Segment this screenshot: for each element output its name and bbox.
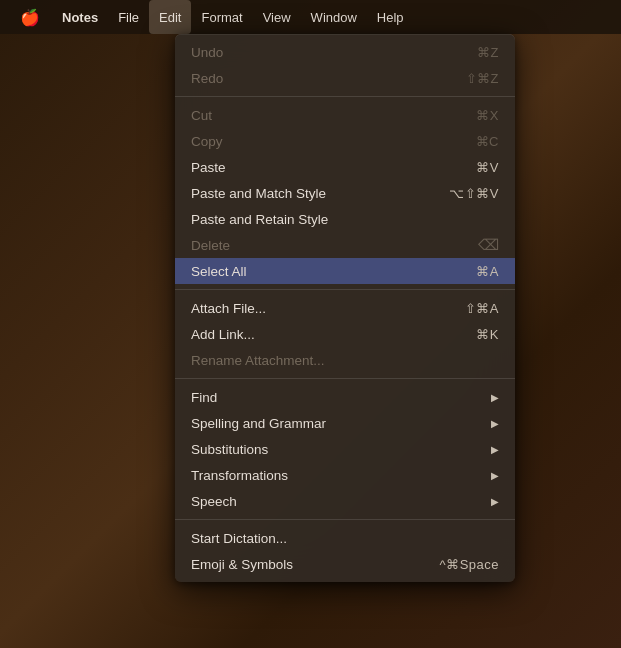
menu-item-paste[interactable]: Paste ⌘V: [175, 154, 515, 180]
menu-item-paste-match[interactable]: Paste and Match Style ⌥⇧⌘V: [175, 180, 515, 206]
menu-item-redo[interactable]: Redo ⇧⌘Z: [175, 65, 515, 91]
separator-2: [175, 289, 515, 290]
menu-item-transformations[interactable]: Transformations ▶: [175, 462, 515, 488]
menubar-item-format[interactable]: Format: [191, 0, 252, 34]
menubar-item-edit[interactable]: Edit: [149, 0, 191, 34]
menu-item-cut[interactable]: Cut ⌘X: [175, 102, 515, 128]
menu-item-copy[interactable]: Copy ⌘C: [175, 128, 515, 154]
separator-1: [175, 96, 515, 97]
menu-item-spelling-grammar[interactable]: Spelling and Grammar ▶: [175, 410, 515, 436]
menu-item-emoji-symbols[interactable]: Emoji & Symbols ^⌘Space: [175, 551, 515, 577]
menubar-item-notes[interactable]: Notes: [52, 0, 108, 34]
menu-item-attach-file[interactable]: Attach File... ⇧⌘A: [175, 295, 515, 321]
separator-3: [175, 378, 515, 379]
menu-item-rename-attachment[interactable]: Rename Attachment...: [175, 347, 515, 373]
menu-item-undo[interactable]: Undo ⌘Z: [175, 39, 515, 65]
apple-menu-item[interactable]: 🍎: [8, 0, 52, 34]
menubar-item-help[interactable]: Help: [367, 0, 414, 34]
edit-menu-dropdown: Undo ⌘Z Redo ⇧⌘Z Cut ⌘X Copy ⌘C Paste ⌘V…: [175, 34, 515, 582]
menu-item-select-all[interactable]: Select All ⌘A: [175, 258, 515, 284]
separator-4: [175, 519, 515, 520]
menubar: 🍎 Notes File Edit Format View Window Hel…: [0, 0, 621, 34]
menu-item-speech[interactable]: Speech ▶: [175, 488, 515, 514]
menu-item-delete[interactable]: Delete ⌫: [175, 232, 515, 258]
menubar-item-file[interactable]: File: [108, 0, 149, 34]
apple-icon: 🍎: [20, 8, 40, 27]
menu-item-find[interactable]: Find ▶: [175, 384, 515, 410]
menubar-item-view[interactable]: View: [253, 0, 301, 34]
menu-item-paste-retain[interactable]: Paste and Retain Style: [175, 206, 515, 232]
menu-item-start-dictation[interactable]: Start Dictation...: [175, 525, 515, 551]
menubar-item-window[interactable]: Window: [301, 0, 367, 34]
menu-item-substitutions[interactable]: Substitutions ▶: [175, 436, 515, 462]
menu-item-add-link[interactable]: Add Link... ⌘K: [175, 321, 515, 347]
